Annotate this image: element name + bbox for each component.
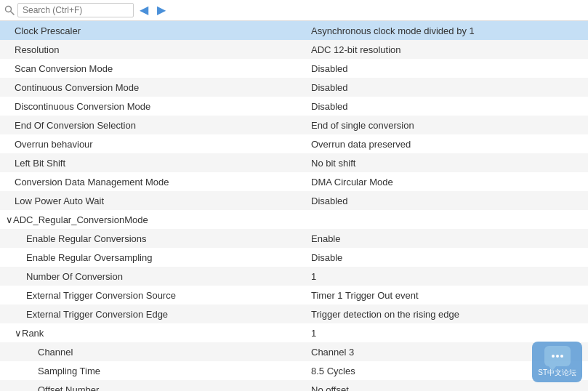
table-row[interactable]: External Trigger Conversion EdgeTrigger … (0, 305, 588, 323)
property-name: Continuous Conversion Mode (15, 82, 139, 93)
property-name: Sampling Time (38, 366, 100, 376)
table-row[interactable]: ∨Rank1 (0, 323, 588, 342)
search-input[interactable] (17, 3, 134, 17)
table-row[interactable]: ResolutionADC 12-bit resolution (0, 40, 588, 59)
property-value: No bit shift (305, 153, 588, 172)
properties-table: Clock PrescalerAsynchronous clock mode d… (0, 21, 588, 391)
property-name: Enable Regular Oversampling (26, 252, 152, 263)
nav-back-button[interactable]: ◀ (137, 4, 151, 16)
property-name: Clock Prescaler (15, 25, 81, 36)
property-name: End Of Conversion Selection (15, 120, 136, 131)
property-name: Enable Regular Conversions (26, 233, 146, 244)
property-name: External Trigger Conversion Edge (26, 309, 168, 320)
table-row[interactable]: Left Bit ShiftNo bit shift (0, 153, 588, 172)
property-name: Scan Conversion Mode (15, 63, 113, 74)
table-row[interactable]: End Of Conversion SelectionEnd of single… (0, 116, 588, 134)
property-value: Trigger detection on the rising edge (305, 305, 588, 323)
property-value (305, 210, 588, 229)
table-row[interactable]: Conversion Data Management ModeDMA Circu… (0, 172, 588, 191)
property-value: Timer 1 Trigger Out event (305, 286, 588, 305)
property-value: Disabled (305, 78, 588, 97)
property-name: Channel (38, 347, 73, 358)
table-row[interactable]: Number Of Conversion1 (0, 267, 588, 286)
property-name: ADC_Regular_ConversionMode (13, 214, 148, 225)
property-name: Rank (22, 328, 44, 339)
property-value: 1 (305, 323, 588, 342)
property-value: 1 (305, 267, 588, 286)
property-name: Number Of Conversion (26, 271, 123, 282)
nav-forward-button[interactable]: ▶ (154, 4, 169, 16)
chevron-icon: ∨ (6, 214, 13, 225)
property-value: Disable (305, 248, 588, 267)
table-row[interactable]: Sampling Time8.5 Cycles (0, 361, 588, 380)
table-row[interactable]: Clock PrescalerAsynchronous clock mode d… (0, 21, 588, 40)
table-row[interactable]: Discontinuous Conversion ModeDisabled (0, 97, 588, 116)
property-name: Offset Number (38, 384, 99, 392)
table-row[interactable]: Scan Conversion ModeDisabled (0, 59, 588, 78)
chat-bubble-icon (544, 346, 571, 366)
property-name: Conversion Data Management Mode (15, 177, 169, 188)
property-value: Asynchronous clock mode divided by 1 (305, 21, 588, 40)
table-row[interactable]: ChannelChannel 3 (0, 342, 588, 361)
chevron-icon: ∨ (15, 328, 22, 339)
table-row[interactable]: Enable Regular ConversionsEnable (0, 229, 588, 248)
watermark-badge: ST中文论坛 (532, 342, 582, 382)
search-bar: ◀ ▶ (0, 0, 588, 21)
property-value: Enable (305, 229, 588, 248)
property-value: Disabled (305, 59, 588, 78)
property-value: DMA Circular Mode (305, 172, 588, 191)
table-row[interactable]: Low Power Auto WaitDisabled (0, 191, 588, 210)
svg-line-1 (11, 12, 15, 15)
search-icon (4, 5, 15, 15)
property-value: Disabled (305, 191, 588, 210)
property-name: External Trigger Conversion Source (26, 290, 176, 301)
property-value: ADC 12-bit resolution (305, 40, 588, 59)
table-row[interactable]: Offset NumberNo offset (0, 380, 588, 391)
property-value: Overrun data preserved (305, 134, 588, 153)
table-row[interactable]: ∨ADC_Regular_ConversionMode (0, 210, 588, 229)
table-row[interactable]: External Trigger Conversion SourceTimer … (0, 286, 588, 305)
table-row[interactable]: Enable Regular OversamplingDisable (0, 248, 588, 267)
property-value: End of single conversion (305, 116, 588, 134)
table-row[interactable]: Overrun behaviourOverrun data preserved (0, 134, 588, 153)
property-name: Low Power Auto Wait (15, 196, 104, 206)
watermark-text: ST中文论坛 (538, 368, 576, 378)
table-row[interactable]: Continuous Conversion ModeDisabled (0, 78, 588, 97)
property-name: Discontinuous Conversion Mode (15, 101, 150, 112)
property-name: Resolution (15, 44, 59, 55)
property-name: Left Bit Shift (15, 158, 65, 169)
property-name: Overrun behaviour (15, 139, 93, 150)
property-value: Disabled (305, 97, 588, 116)
